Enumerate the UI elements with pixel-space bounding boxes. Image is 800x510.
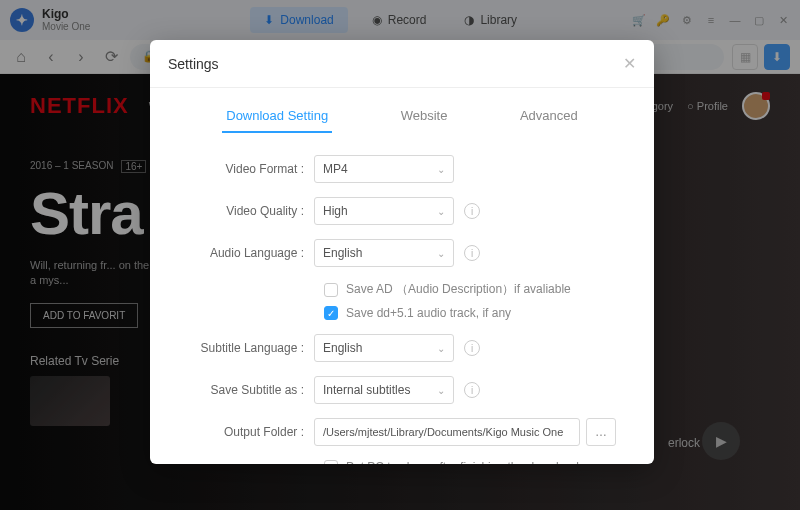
browse-button[interactable]: … bbox=[586, 418, 616, 446]
label-output-folder: Output Folder : bbox=[180, 425, 314, 439]
info-icon[interactable]: i bbox=[464, 382, 480, 398]
modal-body: Video Format : MP4 ⌄ Video Quality : Hig… bbox=[150, 133, 654, 464]
label-audio-language: Audio Language : bbox=[180, 246, 314, 260]
tab-download-setting[interactable]: Download Setting bbox=[222, 100, 332, 133]
chevron-down-icon: ⌄ bbox=[437, 343, 445, 354]
checkbox-save-dd51[interactable]: ✓ bbox=[324, 306, 338, 320]
row-save-dd51[interactable]: ✓ Save dd+5.1 audio track, if any bbox=[324, 306, 624, 320]
input-output-folder[interactable]: /Users/mjtest/Library/Documents/Kigo Mus… bbox=[314, 418, 580, 446]
select-video-format[interactable]: MP4 ⌄ bbox=[314, 155, 454, 183]
checkbox-save-ad[interactable] bbox=[324, 283, 338, 297]
modal-title: Settings bbox=[168, 56, 219, 72]
row-output-folder: Output Folder : /Users/mjtest/Library/Do… bbox=[180, 418, 624, 446]
row-save-subtitle-as: Save Subtitle as : Internal subtitles ⌄ … bbox=[180, 376, 624, 404]
row-video-quality: Video Quality : High ⌄ i bbox=[180, 197, 624, 225]
info-icon[interactable]: i bbox=[464, 203, 480, 219]
close-icon[interactable]: ✕ bbox=[623, 54, 636, 73]
select-video-quality-value: High bbox=[323, 204, 348, 218]
chevron-down-icon: ⌄ bbox=[437, 248, 445, 259]
label-video-format: Video Format : bbox=[180, 162, 314, 176]
select-audio-language-value: English bbox=[323, 246, 362, 260]
select-video-quality[interactable]: High ⌄ bbox=[314, 197, 454, 225]
tab-website[interactable]: Website bbox=[397, 100, 452, 133]
tab-advanced[interactable]: Advanced bbox=[516, 100, 582, 133]
row-sleep-pc[interactable]: Put PC to sleep after finishing the down… bbox=[324, 460, 624, 464]
label-save-subtitle-as: Save Subtitle as : bbox=[180, 383, 314, 397]
row-save-ad[interactable]: Save AD （Audio Description）if avaliable bbox=[324, 281, 624, 298]
info-icon[interactable]: i bbox=[464, 340, 480, 356]
label-video-quality: Video Quality : bbox=[180, 204, 314, 218]
label-save-ad: Save AD （Audio Description）if avaliable bbox=[346, 281, 571, 298]
select-subtitle-language[interactable]: English ⌄ bbox=[314, 334, 454, 362]
select-save-subtitle-as-value: Internal subtitles bbox=[323, 383, 410, 397]
info-icon[interactable]: i bbox=[464, 245, 480, 261]
modal-tabs: Download Setting Website Advanced bbox=[150, 100, 654, 133]
chevron-down-icon: ⌄ bbox=[437, 206, 445, 217]
select-save-subtitle-as[interactable]: Internal subtitles ⌄ bbox=[314, 376, 454, 404]
select-subtitle-language-value: English bbox=[323, 341, 362, 355]
select-audio-language[interactable]: English ⌄ bbox=[314, 239, 454, 267]
settings-modal: Settings ✕ Download Setting Website Adva… bbox=[150, 40, 654, 464]
chevron-down-icon: ⌄ bbox=[437, 164, 445, 175]
select-video-format-value: MP4 bbox=[323, 162, 348, 176]
chevron-down-icon: ⌄ bbox=[437, 385, 445, 396]
row-video-format: Video Format : MP4 ⌄ bbox=[180, 155, 624, 183]
checkbox-sleep-pc[interactable] bbox=[324, 460, 338, 464]
row-audio-language: Audio Language : English ⌄ i bbox=[180, 239, 624, 267]
label-save-dd51: Save dd+5.1 audio track, if any bbox=[346, 306, 511, 320]
output-folder-value: /Users/mjtest/Library/Documents/Kigo Mus… bbox=[323, 426, 563, 438]
label-sleep-pc: Put PC to sleep after finishing the down… bbox=[346, 460, 616, 464]
modal-header: Settings ✕ bbox=[150, 40, 654, 88]
label-subtitle-language: Subtitle Language : bbox=[180, 341, 314, 355]
row-subtitle-language: Subtitle Language : English ⌄ i bbox=[180, 334, 624, 362]
